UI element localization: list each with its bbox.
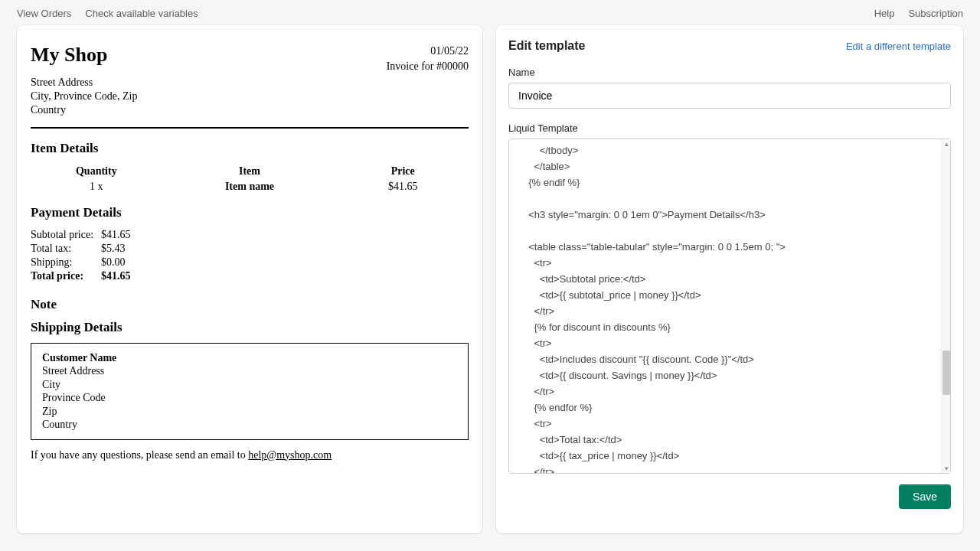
payment-table: Subtotal price:$41.65 Total tax:$5.43 Sh… [31, 228, 139, 283]
invoice-preview: My Shop 01/05/22 Invoice for #00000 Stre… [17, 25, 482, 533]
footer-note: If you have any questions, please send a… [31, 449, 469, 461]
ship-province: Province Code [42, 391, 457, 405]
liquid-code-container: </tbody> </table> {% endif %} <h3 style=… [508, 139, 951, 474]
col-item: Item [162, 164, 338, 179]
subtotal-value: $41.65 [101, 228, 139, 242]
template-name-input[interactable] [508, 83, 951, 109]
item-details-heading: Item Details [31, 141, 469, 156]
cell-price: $41.65 [337, 179, 469, 194]
invoice-number: Invoice for #00000 [387, 59, 469, 74]
footer-text: If you have any questions, please send a… [31, 449, 248, 461]
scroll-thumb[interactable] [942, 350, 950, 395]
name-label: Name [508, 67, 951, 78]
check-variables-link[interactable]: Check available variables [85, 8, 198, 19]
footer-email-link[interactable]: help@myshop.com [248, 449, 332, 461]
col-quantity: Quantity [31, 164, 162, 179]
liquid-label: Liquid Template [508, 122, 951, 134]
shipping-box: Customer Name Street Address City Provin… [31, 343, 469, 440]
col-price: Price [337, 164, 469, 179]
help-link[interactable]: Help [874, 8, 895, 19]
total-value: $41.65 [101, 269, 139, 283]
liquid-code-editor[interactable]: </tbody> </table> {% endif %} <h3 style=… [509, 139, 941, 473]
item-table: Quantity Item Price 1 x Item name $41.65 [31, 164, 469, 194]
ship-street: Street Address [42, 364, 457, 378]
template-editor: Edit template Edit a different template … [496, 25, 963, 533]
shipping-label: Shipping: [31, 256, 101, 269]
divider [31, 127, 469, 129]
ship-city: City [42, 378, 457, 392]
view-orders-link[interactable]: View Orders [17, 8, 71, 19]
editor-title: Edit template [508, 39, 585, 53]
shop-city-line: City, Province Code, Zip [31, 90, 469, 103]
top-bar: View Orders Check available variables He… [0, 0, 980, 25]
scroll-down-icon[interactable]: ▾ [942, 464, 951, 473]
tax-label: Total tax: [31, 242, 101, 256]
total-label: Total price: [31, 269, 101, 283]
invoice-date: 01/05/22 [387, 44, 469, 59]
shop-street: Street Address [31, 76, 469, 90]
shipping-details-heading: Shipping Details [31, 320, 469, 335]
subtotal-label: Subtotal price: [31, 228, 101, 242]
ship-country: Country [42, 418, 457, 432]
subscription-link[interactable]: Subscription [908, 8, 963, 19]
item-row: 1 x Item name $41.65 [31, 179, 469, 194]
tax-value: $5.43 [101, 242, 139, 256]
cell-qty: 1 x [31, 179, 162, 194]
payment-details-heading: Payment Details [31, 205, 469, 220]
shop-name: My Shop [31, 44, 107, 67]
code-scrollbar[interactable]: ▴ ▾ [941, 139, 950, 473]
note-heading: Note [31, 297, 469, 312]
save-button[interactable]: Save [899, 484, 951, 509]
shop-country: Country [31, 103, 469, 117]
ship-zip: Zip [42, 405, 457, 419]
edit-different-template-link[interactable]: Edit a different template [846, 41, 951, 52]
customer-name: Customer Name [42, 351, 457, 365]
cell-item: Item name [162, 179, 338, 194]
scroll-up-icon[interactable]: ▴ [942, 139, 951, 148]
shop-address: Street Address City, Province Code, Zip … [31, 76, 469, 118]
shipping-value: $0.00 [101, 256, 139, 269]
